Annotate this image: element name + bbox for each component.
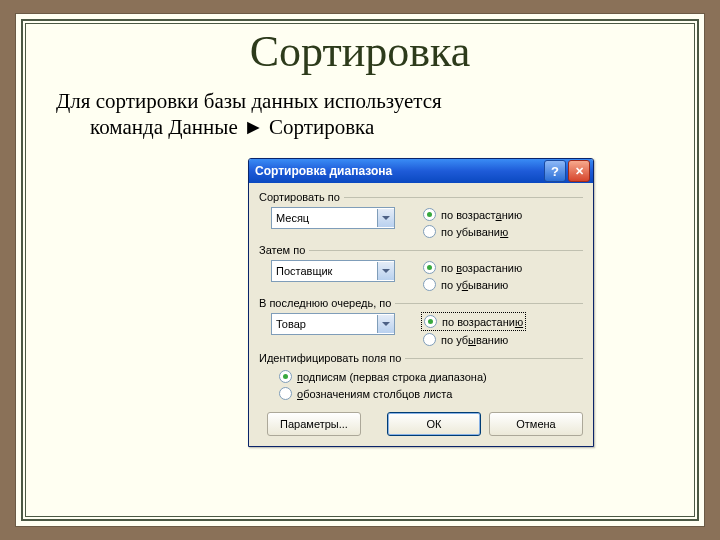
radio-desc-3[interactable]: по убыванию: [421, 331, 526, 348]
radio-desc-1-label: по убыванию: [441, 226, 508, 238]
arrow-icon: ►: [243, 114, 264, 140]
dialog-titlebar[interactable]: Сортировка диапазона ? ✕: [249, 159, 593, 183]
subtitle-line1: Для сортировки базы данных используется: [56, 89, 442, 113]
subtitle-line2-suffix: Сортировка: [269, 115, 374, 139]
slide-background: Сортировка Для сортировки базы данных ис…: [0, 0, 720, 540]
radio-icon: [423, 225, 436, 238]
ok-button[interactable]: ОК: [387, 412, 481, 436]
sort-group-1: Сортировать по Месяц по возрастанию: [259, 191, 583, 240]
combo1-value: Месяц: [272, 212, 377, 224]
radio-desc-1[interactable]: по убыванию: [421, 223, 524, 240]
slide-canvas: Сортировка Для сортировки базы данных ис…: [16, 14, 704, 526]
combo3-value: Товар: [272, 318, 377, 330]
dialog-title: Сортировка диапазона: [255, 164, 542, 178]
group1-label: Сортировать по: [259, 191, 340, 203]
identify-divider: [405, 358, 583, 359]
combo2-value: Поставщик: [272, 265, 377, 277]
identify-opt1-label: подписям (первая строка диапазона): [297, 371, 487, 383]
identify-opt-labels[interactable]: подписям (первая строка диапазона): [277, 368, 583, 385]
dialog-body: Сортировать по Месяц по возрастанию: [249, 183, 593, 446]
sort-range-dialog: Сортировка диапазона ? ✕ Сортировать по …: [248, 158, 594, 447]
radio-icon: [424, 315, 437, 328]
cancel-button[interactable]: Отмена: [489, 412, 583, 436]
radio-asc-1[interactable]: по возрастанию: [421, 206, 524, 223]
radio-desc-2-label: по убыванию: [441, 279, 508, 291]
radio-asc-3[interactable]: по возрастанию: [421, 312, 526, 331]
group3-divider: [395, 303, 583, 304]
sort-group-2: Затем по Поставщик по возрастанию: [259, 244, 583, 293]
identify-group: Идентифицировать поля по подписям (перва…: [259, 352, 583, 402]
sortby-combo-1[interactable]: Месяц: [271, 207, 395, 229]
radio-asc-3-label: по возрастанию: [442, 316, 523, 328]
page-title: Сортировка: [16, 26, 704, 77]
help-button[interactable]: ?: [544, 160, 566, 182]
dialog-button-row: Параметры... ОК Отмена: [259, 412, 583, 436]
radio-icon: [423, 208, 436, 221]
sortby-combo-2[interactable]: Поставщик: [271, 260, 395, 282]
identify-opt2-label: обозначениям столбцов листа: [297, 388, 452, 400]
combo1-dropdown-button[interactable]: [377, 209, 394, 227]
subtitle-text: Для сортировки базы данных используется …: [56, 88, 664, 141]
radio-desc-3-label: по убыванию: [441, 334, 508, 346]
group2-label: Затем по: [259, 244, 305, 256]
chevron-down-icon: [382, 269, 390, 273]
combo2-dropdown-button[interactable]: [377, 262, 394, 280]
group3-label: В последнюю очередь, по: [259, 297, 391, 309]
parameters-button[interactable]: Параметры...: [267, 412, 361, 436]
close-icon: ✕: [575, 165, 584, 178]
subtitle-line2-prefix: команда Данные: [90, 115, 238, 139]
radio-icon: [423, 261, 436, 274]
chevron-down-icon: [382, 322, 390, 326]
sortby-combo-3[interactable]: Товар: [271, 313, 395, 335]
identify-label: Идентифицировать поля по: [259, 352, 401, 364]
close-button[interactable]: ✕: [568, 160, 590, 182]
sort-group-3: В последнюю очередь, по Товар по возраст…: [259, 297, 583, 348]
chevron-down-icon: [382, 216, 390, 220]
combo3-dropdown-button[interactable]: [377, 315, 394, 333]
radio-asc-1-label: по возрастанию: [441, 209, 522, 221]
group2-divider: [309, 250, 583, 251]
radio-desc-2[interactable]: по убыванию: [421, 276, 524, 293]
identify-opt-columns[interactable]: обозначениям столбцов листа: [277, 385, 583, 402]
radio-icon: [279, 370, 292, 383]
radio-icon: [279, 387, 292, 400]
radio-asc-2[interactable]: по возрастанию: [421, 259, 524, 276]
radio-icon: [423, 333, 436, 346]
group1-divider: [344, 197, 583, 198]
radio-asc-2-label: по возрастанию: [441, 262, 522, 274]
radio-icon: [423, 278, 436, 291]
